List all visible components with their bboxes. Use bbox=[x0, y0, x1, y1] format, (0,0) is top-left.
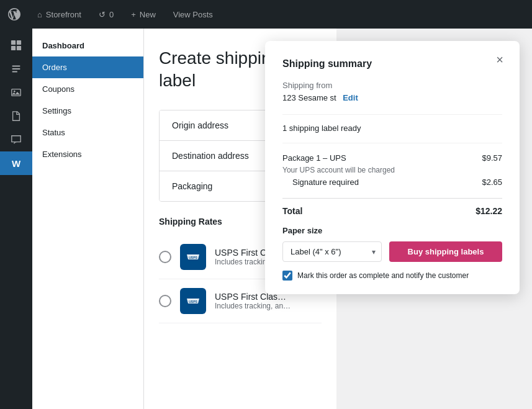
close-button[interactable]: × bbox=[491, 51, 508, 68]
summary-title: Shipping summary bbox=[282, 58, 502, 70]
plus-icon: + bbox=[131, 10, 136, 19]
usps-icon-2: USPS bbox=[186, 294, 201, 308]
svg-rect-1 bbox=[17, 40, 21, 45]
new-menu-item[interactable]: + New bbox=[122, 0, 165, 29]
woocommerce-icon: W bbox=[12, 158, 20, 169]
subnav-settings[interactable]: Settings bbox=[32, 100, 143, 122]
sidebar-item-woocommerce[interactable]: W bbox=[0, 151, 32, 175]
shipping-from-label: Shipping from bbox=[282, 81, 502, 90]
subnav-dashboard[interactable]: Dashboard bbox=[32, 35, 143, 56]
subnav-extensions[interactable]: Extensions bbox=[32, 143, 143, 165]
package-label: Package 1 – UPS bbox=[282, 153, 346, 163]
shipping-from-address: 123 Sesame st bbox=[282, 93, 336, 102]
rate-info-2: USPS First Clas… Includes tracking, an… bbox=[215, 292, 322, 310]
house-icon: ⌂ bbox=[37, 10, 42, 19]
sidebar-item-media[interactable] bbox=[0, 81, 32, 104]
paper-size-select[interactable]: Label (4" x 6") Letter (8.5" x 11") bbox=[282, 241, 382, 262]
admin-bar: ⌂ Storefront ↺ 0 + New View Posts bbox=[0, 0, 532, 29]
paper-size-select-wrap: Label (4" x 6") Letter (8.5" x 11") bbox=[282, 241, 382, 262]
usps-logo-2: USPS bbox=[180, 288, 206, 314]
sidebar-item-posts[interactable] bbox=[0, 57, 32, 81]
updates-menu-item[interactable]: ↺ 0 bbox=[90, 0, 122, 29]
subnav-status[interactable]: Status bbox=[32, 122, 143, 143]
package-sub-label: Your UPS account will be charged bbox=[282, 166, 502, 174]
svg-point-5 bbox=[14, 91, 16, 92]
rate-desc-2: Includes tracking, an… bbox=[215, 302, 322, 310]
svg-rect-3 bbox=[17, 46, 21, 50]
total-value: $12.22 bbox=[476, 206, 502, 216]
total-label: Total bbox=[282, 206, 302, 216]
view-posts-menu-item[interactable]: View Posts bbox=[165, 0, 222, 29]
buy-shipping-labels-button[interactable]: Buy shipping labels bbox=[389, 241, 502, 262]
refresh-icon: ↺ bbox=[99, 10, 106, 19]
storefront-label: Storefront bbox=[46, 10, 81, 19]
total-row: Total $12.22 bbox=[282, 198, 502, 216]
paper-size-section: Paper size Label (4" x 6") Letter (8.5" … bbox=[282, 226, 502, 262]
svg-text:USPS: USPS bbox=[189, 256, 197, 259]
subnav-coupons[interactable]: Coupons bbox=[32, 78, 143, 100]
shipping-summary-panel: × Shipping summary Shipping from 123 Ses… bbox=[265, 41, 520, 294]
sidebar-item-dashboard[interactable] bbox=[0, 34, 32, 57]
svg-rect-0 bbox=[11, 40, 16, 45]
view-posts-label: View Posts bbox=[173, 10, 213, 19]
storefront-menu-item[interactable]: ⌂ Storefront bbox=[29, 0, 90, 29]
signature-value: $2.65 bbox=[482, 178, 502, 187]
admin-sidebar: W bbox=[0, 29, 32, 409]
package-section: Package 1 – UPS $9.57 Your UPS account w… bbox=[282, 153, 502, 187]
wp-logo[interactable] bbox=[0, 0, 29, 29]
notify-checkbox[interactable] bbox=[282, 271, 292, 281]
wordpress-icon bbox=[8, 8, 20, 20]
sidebar-item-comments[interactable] bbox=[0, 128, 32, 151]
signature-line: Signature required $2.65 bbox=[282, 178, 502, 187]
svg-text:USPS: USPS bbox=[189, 300, 197, 303]
package-value: $9.57 bbox=[482, 153, 502, 163]
notify-row: Mark this order as complete and notify t… bbox=[282, 271, 502, 281]
svg-rect-4 bbox=[12, 89, 20, 96]
paper-size-row: Label (4" x 6") Letter (8.5" x 11") Buy … bbox=[282, 241, 502, 262]
edit-address-link[interactable]: Edit bbox=[343, 93, 358, 102]
main-content: Dashboard Orders Coupons Settings Status… bbox=[32, 29, 532, 409]
rate-radio-2[interactable] bbox=[159, 295, 171, 307]
summary-divider-1 bbox=[282, 143, 502, 143]
rate-radio-1[interactable] bbox=[159, 251, 171, 263]
usps-icon-1: USPS bbox=[186, 249, 201, 264]
woo-subnav: Dashboard Orders Coupons Settings Status… bbox=[32, 29, 144, 409]
signature-label: Signature required bbox=[292, 178, 359, 187]
shipping-from-section: Shipping from 123 Sesame st Edit bbox=[282, 81, 502, 103]
updates-count: 0 bbox=[109, 10, 114, 19]
package-line: Package 1 – UPS $9.57 bbox=[282, 153, 502, 163]
shipping-label-ready: 1 shipping label ready bbox=[282, 114, 502, 133]
sidebar-item-pages[interactable] bbox=[0, 104, 32, 128]
paper-size-label: Paper size bbox=[282, 226, 502, 235]
svg-rect-2 bbox=[11, 46, 16, 50]
subnav-orders[interactable]: Orders bbox=[32, 56, 143, 78]
notify-label[interactable]: Mark this order as complete and notify t… bbox=[297, 271, 469, 280]
new-label: New bbox=[140, 10, 156, 19]
usps-logo-1: USPS bbox=[180, 244, 206, 270]
